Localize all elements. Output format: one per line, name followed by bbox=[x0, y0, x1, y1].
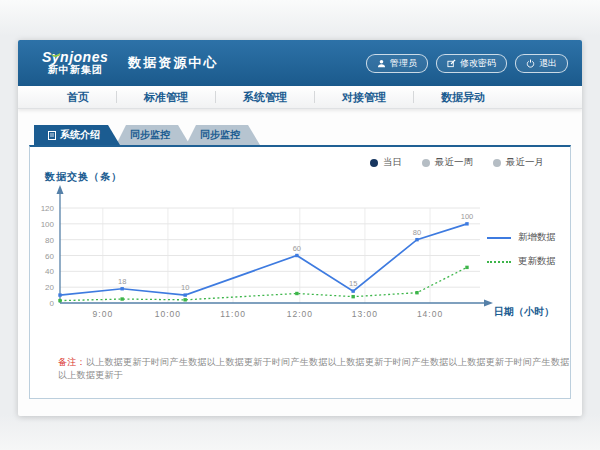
brand-logo: Synjones 新中新集团 bbox=[42, 50, 108, 75]
svg-text:18: 18 bbox=[118, 277, 126, 286]
svg-text:80: 80 bbox=[45, 236, 54, 245]
radio-label: 最近一周 bbox=[435, 156, 473, 169]
tab-sync-monitor-2[interactable]: 同步监控 bbox=[186, 125, 260, 145]
tab-sync-monitor-1[interactable]: 同步监控 bbox=[116, 125, 190, 145]
svg-text:60: 60 bbox=[293, 244, 301, 253]
footnote: 备注：以上数据更新于时间产生数据以上数据更新于时间产生数据以上数据更新于时间产生… bbox=[58, 356, 570, 382]
logout-button[interactable]: 退出 bbox=[515, 54, 568, 73]
footnote-label: 备注： bbox=[58, 357, 86, 367]
change-password-button[interactable]: 修改密码 bbox=[436, 54, 507, 73]
time-range-filter: 当日 最近一周 最近一月 bbox=[370, 156, 544, 169]
document-icon bbox=[48, 131, 56, 140]
legend-item-new-data: 新增数据 bbox=[487, 231, 556, 244]
radio-label: 当日 bbox=[383, 156, 402, 169]
user-button-label: 管理员 bbox=[390, 57, 417, 70]
person-icon bbox=[377, 59, 386, 68]
svg-text:11:00: 11:00 bbox=[220, 309, 246, 319]
tab-label: 系统介绍 bbox=[60, 125, 100, 145]
radio-last-week[interactable]: 最近一周 bbox=[422, 156, 473, 169]
svg-text:13:00: 13:00 bbox=[352, 309, 378, 319]
legend-item-updated-data: 更新数据 bbox=[487, 255, 556, 268]
svg-text:100: 100 bbox=[41, 220, 55, 229]
svg-text:100: 100 bbox=[461, 212, 474, 221]
svg-text:10:00: 10:00 bbox=[155, 309, 181, 319]
legend-label: 新增数据 bbox=[518, 231, 556, 244]
svg-text:12:00: 12:00 bbox=[287, 309, 313, 319]
tab-label: 同步监控 bbox=[200, 125, 240, 145]
dotted-line-icon bbox=[487, 261, 511, 263]
svg-text:20: 20 bbox=[45, 283, 54, 292]
brand-logo-subtext: 新中新集团 bbox=[42, 65, 108, 76]
page-background: Synjones 新中新集团 数据资源中心 管理员 修改密码 bbox=[0, 0, 600, 450]
legend-label: 更新数据 bbox=[518, 255, 556, 268]
app-window: Synjones 新中新集团 数据资源中心 管理员 修改密码 bbox=[18, 40, 582, 416]
line-chart: 0204060801001209:0010:0011:0012:0013:001… bbox=[30, 177, 510, 329]
tab-bar: 系统介绍 同步监控 同步监控 bbox=[34, 125, 571, 145]
main-nav: 首页 标准管理 系统管理 对接管理 数据异动 bbox=[18, 86, 582, 109]
radio-today[interactable]: 当日 bbox=[370, 156, 402, 169]
radio-unselected-icon bbox=[422, 159, 430, 167]
user-button[interactable]: 管理员 bbox=[366, 54, 428, 73]
nav-item-system-mgmt[interactable]: 系统管理 bbox=[216, 86, 314, 109]
radio-last-month[interactable]: 最近一月 bbox=[493, 156, 544, 169]
nav-item-standard-mgmt[interactable]: 标准管理 bbox=[117, 86, 215, 109]
svg-text:80: 80 bbox=[413, 228, 421, 237]
edit-icon bbox=[447, 59, 456, 68]
x-axis-title: 日期（小时） bbox=[494, 305, 554, 319]
content-area: 系统介绍 同步监控 同步监控 当日 最近一周 bbox=[18, 109, 582, 399]
nav-item-data-change[interactable]: 数据异动 bbox=[414, 86, 512, 109]
radio-unselected-icon bbox=[493, 159, 501, 167]
chart-legend: 新增数据 更新数据 bbox=[487, 231, 556, 268]
svg-text:60: 60 bbox=[45, 252, 54, 261]
chart-panel: 当日 最近一周 最近一月 数据交换（条） 0204060801001209:00… bbox=[29, 145, 571, 399]
svg-text:0: 0 bbox=[50, 299, 55, 308]
nav-item-home[interactable]: 首页 bbox=[40, 86, 116, 109]
svg-text:9:00: 9:00 bbox=[93, 309, 114, 319]
page-title: 数据资源中心 bbox=[128, 54, 218, 72]
svg-text:10: 10 bbox=[181, 283, 189, 292]
radio-label: 最近一月 bbox=[506, 156, 544, 169]
tab-system-intro[interactable]: 系统介绍 bbox=[34, 125, 120, 145]
footnote-text: 以上数据更新于时间产生数据以上数据更新于时间产生数据以上数据更新于时间产生数据以… bbox=[58, 357, 570, 380]
svg-text:15: 15 bbox=[349, 279, 357, 288]
svg-text:14:00: 14:00 bbox=[417, 309, 443, 319]
svg-text:120: 120 bbox=[41, 204, 55, 213]
power-icon bbox=[526, 59, 535, 68]
change-password-label: 修改密码 bbox=[460, 57, 496, 70]
header-actions: 管理员 修改密码 退出 bbox=[366, 40, 568, 86]
tab-label: 同步监控 bbox=[130, 125, 170, 145]
logout-label: 退出 bbox=[539, 57, 557, 70]
radio-selected-icon bbox=[370, 159, 378, 167]
app-header: Synjones 新中新集团 数据资源中心 管理员 修改密码 bbox=[18, 40, 582, 86]
svg-text:40: 40 bbox=[45, 267, 54, 276]
nav-item-interface-mgmt[interactable]: 对接管理 bbox=[315, 86, 413, 109]
solid-line-icon bbox=[487, 237, 511, 239]
